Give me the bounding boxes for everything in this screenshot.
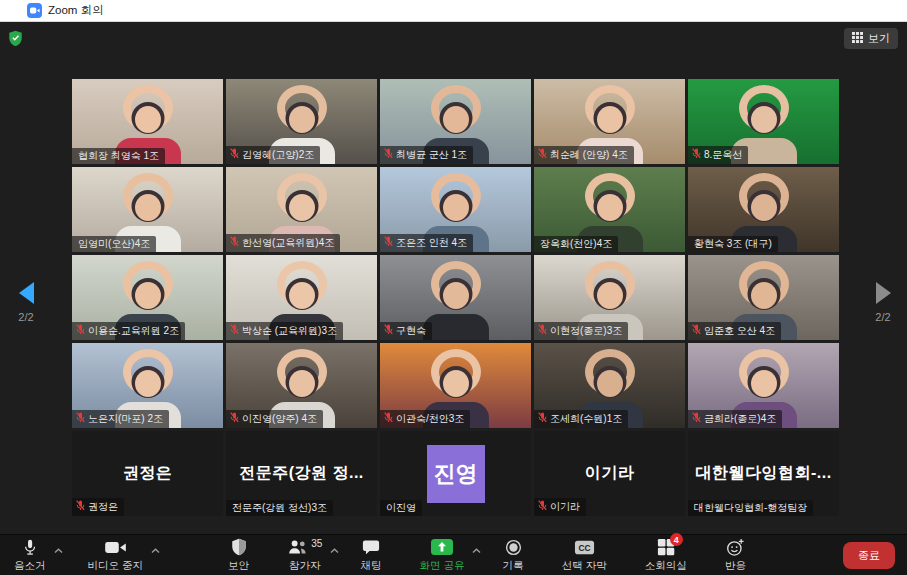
closed-caption-icon: CC [574, 538, 595, 556]
participant-tile[interactable]: 전문주(강원 정...전문주(강원 정선)3조 [226, 431, 377, 516]
muted-mic-icon [384, 412, 393, 426]
muted-mic-icon [538, 324, 547, 338]
participant-tile[interactable]: 김영혜(고양)2조 [226, 79, 377, 164]
mute-options-chevron-icon[interactable] [54, 544, 63, 556]
toolbar-video-label: 비디오 중지 [88, 559, 143, 573]
window-titlebar: Zoom 회의 [0, 0, 907, 22]
toolbar-participants-button[interactable]: 35참가자 [287, 538, 322, 573]
participant-name-text: 임영미(오산)4조 [78, 238, 150, 250]
toolbar-security-button[interactable]: 보안 [228, 538, 249, 573]
toolbar-share-label: 화면 공유 [420, 559, 465, 573]
participant-name-text: 이기라 [550, 501, 580, 513]
participant-tile[interactable]: 장옥화(천안)4조 [534, 167, 685, 252]
reactions-icon [726, 538, 745, 556]
video-grid: 협회장 최영숙 1조 김영혜(고양)2조 최병균 군산 1조 최순례 (안양) … [72, 79, 839, 516]
participant-name-text: 조은조 인천 4조 [396, 237, 467, 249]
participant-tile[interactable]: 금희라(종로)4조 [688, 343, 839, 428]
page-indicator-right: 2/2 [863, 311, 903, 323]
toolbar-breakout-button[interactable]: 4소회의실 [645, 538, 687, 573]
participant-tile[interactable]: 임영미(오산)4조 [72, 167, 223, 252]
participant-tile[interactable]: 최순례 (안양) 4조 [534, 79, 685, 164]
meeting-info-shield-icon[interactable] [8, 30, 23, 46]
window-title: Zoom 회의 [48, 3, 104, 18]
participant-tile[interactable]: 8.문옥선 [688, 79, 839, 164]
muted-mic-icon [384, 324, 393, 338]
participant-tile[interactable]: 대한웰다잉협회-...대한웰다잉협회-행정팀장 [688, 431, 839, 516]
participant-tile[interactable]: 이현정(종로)3조 [534, 255, 685, 340]
grid-view-icon [852, 32, 863, 45]
participant-name-text: 노은지(마포) 2조 [88, 413, 163, 425]
participant-name-label: 구현숙 [380, 322, 432, 340]
participant-tile[interactable]: 이관숙/천안3조 [380, 343, 531, 428]
participant-tile[interactable]: 한선영(교육위원)4조 [226, 167, 377, 252]
video-options-chevron-icon[interactable] [151, 544, 160, 556]
participant-tile[interactable]: 조세희(수원)1조 [534, 343, 685, 428]
end-meeting-button[interactable]: 종료 [843, 542, 895, 569]
participant-tile[interactable]: 진영이진영 [380, 431, 531, 516]
muted-mic-icon [76, 324, 85, 338]
share-options-chevron-icon[interactable] [472, 544, 481, 556]
participants-options-chevron-icon[interactable] [330, 544, 339, 556]
participant-tile[interactable]: 임준호 오산 4조 [688, 255, 839, 340]
participant-name-label: 최병균 군산 1조 [380, 146, 473, 164]
toolbar-cc-label: 선택 자막 [562, 559, 607, 573]
toolbar-video-button[interactable]: 비디오 중지 [88, 538, 143, 573]
participant-tile[interactable]: 박상순 (교육위원)3조 [226, 255, 377, 340]
participant-name-text: 권정은 [88, 501, 118, 513]
participant-name-text: 전문주(강원 정선)3조 [232, 502, 327, 514]
breakout-badge: 4 [670, 533, 683, 546]
participant-tile[interactable]: 협회장 최영숙 1조 [72, 79, 223, 164]
participant-center-name: 전문주(강원 정... [239, 463, 364, 484]
participant-name-label: 권정은 [72, 498, 124, 516]
participant-tile[interactable]: 이용순.교육위원 2조 [72, 255, 223, 340]
left-arrow-icon [19, 282, 34, 304]
participant-tile[interactable]: 조은조 인천 4조 [380, 167, 531, 252]
toolbar-record-button[interactable]: 기록 [503, 538, 524, 573]
toolbar-breakout-label: 소회의실 [645, 559, 687, 573]
toolbar-reactions-button[interactable]: 반응 [725, 538, 746, 573]
toolbar-chat-label: 채팅 [360, 559, 381, 573]
muted-mic-icon [692, 412, 701, 426]
breakout-rooms-icon: 4 [657, 538, 675, 556]
participant-tile[interactable]: 구현숙 [380, 255, 531, 340]
muted-mic-icon [76, 500, 85, 514]
participant-center-name: 이기라 [585, 463, 635, 484]
view-button-label: 보기 [868, 31, 890, 46]
toolbar-share-button[interactable]: 화면 공유 [420, 538, 465, 573]
participant-name-label: 최순례 (안양) 4조 [534, 146, 634, 164]
toolbar-participants-label: 참가자 [289, 559, 321, 573]
prev-page-button[interactable]: 2/2 [6, 282, 46, 323]
participant-name-label: 장옥화(천안)4조 [534, 236, 618, 252]
participant-tile[interactable]: 최병균 군산 1조 [380, 79, 531, 164]
muted-mic-icon [230, 236, 239, 250]
participant-name-text: 한선영(교육위원)4조 [242, 237, 334, 249]
participant-name-text: 장옥화(천안)4조 [540, 238, 612, 250]
toolbar-reactions-label: 반응 [725, 559, 746, 573]
right-arrow-icon [876, 282, 891, 304]
toolbar-mute-button[interactable]: 음소거 [14, 538, 46, 573]
participant-tile[interactable]: 이진영(양주) 4조 [226, 343, 377, 428]
participant-name-label: 협회장 최영숙 1조 [72, 148, 165, 164]
participants-count: 35 [311, 538, 322, 549]
toolbar-chat-button[interactable]: 채팅 [360, 538, 381, 573]
muted-mic-icon [538, 412, 547, 426]
zoom-meeting-window: Zoom 회의 보기 협회장 최영숙 1조 김영혜(고양)2조 [0, 0, 907, 575]
participant-name-label: 대한웰다잉협회-행정팀장 [688, 500, 813, 516]
participant-tile[interactable]: 이기라이기라 [534, 431, 685, 516]
participant-avatar: 진영 [427, 445, 485, 503]
participant-name-label: 이용순.교육위원 2조 [72, 322, 185, 340]
next-page-button[interactable]: 2/2 [863, 282, 903, 323]
muted-mic-icon [230, 148, 239, 162]
view-button[interactable]: 보기 [844, 28, 898, 49]
participants-icon: 35 [287, 538, 322, 556]
participant-name-text: 박상순 (교육위원)3조 [242, 325, 337, 337]
participant-name-text: 구현숙 [396, 325, 426, 337]
participant-name-label: 조은조 인천 4조 [380, 234, 473, 252]
participant-tile[interactable]: 노은지(마포) 2조 [72, 343, 223, 428]
toolbar-cc-button[interactable]: CC선택 자막 [562, 538, 607, 573]
participant-name-text: 황현숙 3조 (대구) [694, 238, 772, 250]
participant-name-label: 이기라 [534, 498, 586, 516]
participant-tile[interactable]: 황현숙 3조 (대구) [688, 167, 839, 252]
microphone-icon [21, 538, 39, 556]
participant-tile[interactable]: 권정은권정은 [72, 431, 223, 516]
